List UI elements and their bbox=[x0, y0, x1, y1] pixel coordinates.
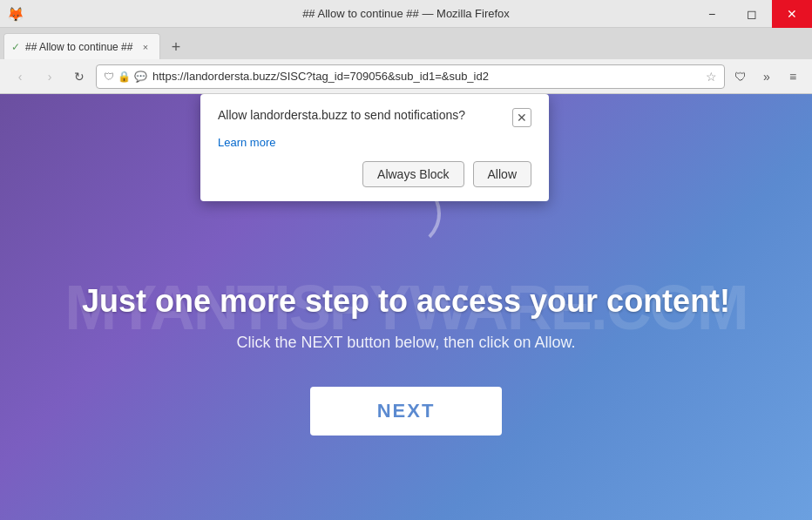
address-bar[interactable]: 🛡 🔒 💬 https://landordersta.buzz/SISC?tag… bbox=[96, 64, 725, 89]
restore-button[interactable]: ◻ bbox=[732, 0, 772, 28]
close-button[interactable]: ✕ bbox=[772, 0, 812, 28]
window-title: ## Allow to continue ## — Mozilla Firefo… bbox=[302, 7, 510, 20]
window-controls: − ◻ ✕ bbox=[692, 0, 812, 28]
popup-header: Allow landordersta.buzz to send notifica… bbox=[218, 108, 531, 127]
tab-close-button[interactable]: × bbox=[139, 40, 152, 54]
extensions-button[interactable]: » bbox=[754, 64, 779, 89]
firefox-logo: 🦊 bbox=[7, 6, 23, 22]
page-content: MYANTISPYWARE.COM Just one more step to … bbox=[0, 94, 812, 520]
active-tab[interactable]: ✓ ## Allow to continue ## × bbox=[3, 33, 160, 59]
learn-more-link[interactable]: Learn more bbox=[218, 136, 531, 149]
lock-icon: 🔒 bbox=[118, 71, 131, 83]
forward-button[interactable]: › bbox=[37, 64, 63, 90]
popup-close-button[interactable]: ✕ bbox=[512, 108, 531, 127]
notification-popup: Allow landordersta.buzz to send notifica… bbox=[200, 94, 549, 201]
always-block-button[interactable]: Always Block bbox=[362, 161, 464, 187]
tab-title: ## Allow to continue ## bbox=[25, 41, 133, 53]
address-icons: 🛡 🔒 💬 bbox=[104, 71, 147, 83]
shield-button[interactable]: 🛡 bbox=[728, 64, 753, 89]
shield-small-icon: 🛡 bbox=[104, 71, 114, 83]
popup-title: Allow landordersta.buzz to send notifica… bbox=[218, 108, 512, 122]
page-heading: Just one more step to access your conten… bbox=[82, 283, 730, 320]
reload-button[interactable]: ↻ bbox=[66, 64, 92, 90]
tab-bar: ✓ ## Allow to continue ## × + bbox=[0, 28, 812, 59]
next-button[interactable]: NEXT bbox=[310, 387, 502, 436]
allow-button[interactable]: Allow bbox=[473, 161, 531, 187]
back-button[interactable]: ‹ bbox=[7, 64, 33, 90]
nav-extras: 🛡 » ≡ bbox=[728, 64, 805, 89]
page-subtext: Click the NEXT button below, then click … bbox=[237, 334, 576, 352]
menu-button[interactable]: ≡ bbox=[781, 64, 805, 89]
notification-icon: 💬 bbox=[134, 71, 147, 83]
nav-bar: ‹ › ↻ 🛡 🔒 💬 https://landordersta.buzz/SI… bbox=[0, 59, 812, 94]
new-tab-button[interactable]: + bbox=[164, 35, 188, 59]
bookmark-star-icon[interactable]: ☆ bbox=[706, 70, 717, 84]
url-text: https://landordersta.buzz/SISC?tag_id=70… bbox=[152, 70, 700, 83]
tab-icon: ✓ bbox=[11, 41, 20, 53]
popup-buttons: Always Block Allow bbox=[218, 161, 531, 187]
title-bar: 🦊 ## Allow to continue ## — Mozilla Fire… bbox=[0, 0, 812, 28]
minimize-button[interactable]: − bbox=[692, 0, 732, 28]
